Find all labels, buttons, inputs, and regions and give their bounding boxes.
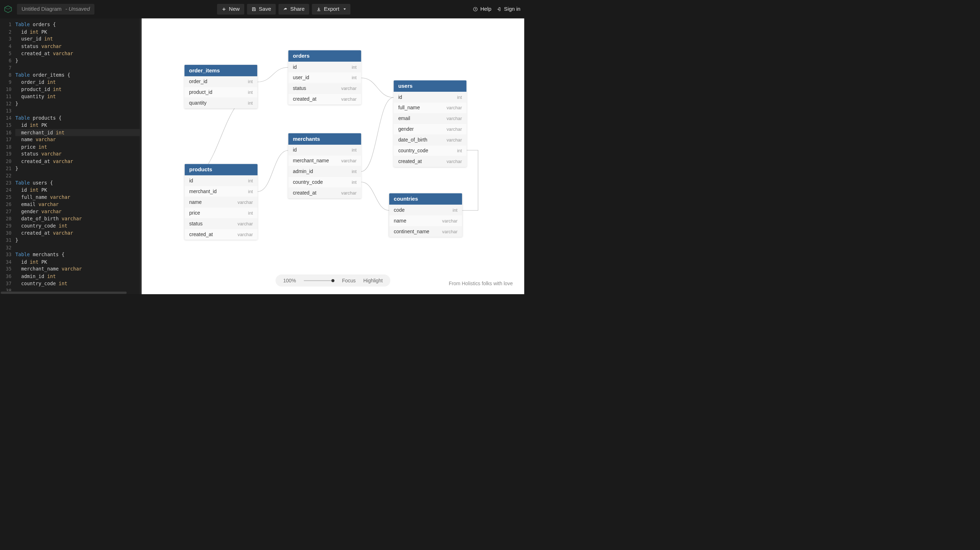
- table-header[interactable]: products: [185, 164, 258, 175]
- code-line[interactable]: }: [16, 237, 142, 244]
- scrollbar-thumb[interactable]: [1, 292, 127, 294]
- signin-icon: [497, 7, 501, 11]
- table-column-row[interactable]: emailvarchar: [393, 113, 466, 124]
- code-line[interactable]: [16, 172, 142, 179]
- code-line[interactable]: user_id int: [16, 35, 142, 43]
- code-line[interactable]: created_at varchar: [16, 50, 142, 57]
- table-column-row[interactable]: codeint: [389, 204, 462, 216]
- code-line[interactable]: [16, 64, 142, 71]
- focus-toggle[interactable]: Focus: [342, 278, 356, 284]
- code-line[interactable]: merchant_id int: [16, 129, 142, 136]
- code-line[interactable]: }: [16, 100, 142, 108]
- diagram-canvas[interactable]: order_itemsorder_idintproduct_idintquant…: [142, 18, 525, 294]
- code-line[interactable]: [16, 108, 142, 115]
- code-line[interactable]: id int PK: [16, 186, 142, 193]
- code-line[interactable]: Table users {: [16, 179, 142, 186]
- new-button[interactable]: New: [217, 4, 244, 15]
- save-button[interactable]: Save: [247, 4, 275, 15]
- zoom-slider[interactable]: [304, 280, 335, 281]
- column-name: date_of_birth: [398, 137, 427, 143]
- table-header[interactable]: users: [393, 80, 466, 92]
- signin-link[interactable]: Sign in: [497, 6, 520, 12]
- table-order_items[interactable]: order_itemsorder_idintproduct_idintquant…: [185, 65, 257, 108]
- table-column-row[interactable]: idint: [288, 62, 361, 72]
- code-line[interactable]: id int PK: [16, 122, 142, 129]
- table-users[interactable]: usersidintfull_namevarcharemailvarcharge…: [393, 80, 466, 166]
- code-line[interactable]: id int PK: [16, 258, 142, 266]
- table-column-row[interactable]: created_atvarchar: [185, 229, 258, 239]
- code-line[interactable]: Table order_items {: [16, 71, 142, 78]
- table-column-row[interactable]: full_namevarchar: [393, 103, 466, 113]
- table-column-row[interactable]: gendervarchar: [393, 124, 466, 135]
- table-column-row[interactable]: country_codeint: [288, 177, 361, 188]
- table-column-row[interactable]: continent_namevarchar: [389, 226, 462, 236]
- code-line[interactable]: Table orders {: [16, 21, 142, 28]
- code-editor[interactable]: 1234567891011121314151617181920212223242…: [0, 18, 142, 294]
- table-column-row[interactable]: created_atvarchar: [288, 94, 361, 104]
- code-line[interactable]: country_code int: [16, 222, 142, 230]
- code-line[interactable]: }: [16, 165, 142, 172]
- gutter-line: 36: [0, 273, 11, 280]
- editor-horizontal-scrollbar[interactable]: [0, 291, 142, 295]
- table-header[interactable]: countries: [389, 193, 462, 204]
- table-column-row[interactable]: user_idint: [288, 72, 361, 83]
- table-column-row[interactable]: country_codeint: [393, 146, 466, 156]
- code-line[interactable]: email varchar: [16, 201, 142, 208]
- table-header[interactable]: orders: [288, 50, 361, 62]
- table-column-row[interactable]: idint: [393, 92, 466, 103]
- code-line[interactable]: }: [16, 57, 142, 64]
- column-name: created_at: [293, 97, 317, 103]
- table-column-row[interactable]: quantityint: [185, 98, 257, 108]
- table-column-row[interactable]: priceint: [185, 208, 258, 218]
- table-merchants[interactable]: merchantsidintmerchant_namevarcharadmin_…: [288, 133, 361, 198]
- share-button[interactable]: Share: [278, 4, 309, 15]
- table-column-row[interactable]: product_idint: [185, 87, 257, 98]
- code-line[interactable]: country_code int: [16, 280, 142, 287]
- app-logo-icon[interactable]: [4, 5, 13, 14]
- code-line[interactable]: date_of_birth varchar: [16, 216, 142, 222]
- highlight-toggle[interactable]: Highlight: [363, 278, 383, 284]
- table-orders[interactable]: ordersidintuser_idintstatusvarcharcreate…: [288, 50, 361, 104]
- table-column-row[interactable]: admin_idint: [288, 166, 361, 177]
- table-products[interactable]: productsidintmerchant_idintnamevarcharpr…: [185, 164, 258, 239]
- code-line[interactable]: order_id int: [16, 78, 142, 86]
- code-line[interactable]: name varchar: [16, 136, 142, 143]
- code-line[interactable]: full_name varchar: [16, 193, 142, 201]
- code-line[interactable]: quantity int: [16, 93, 142, 100]
- table-column-row[interactable]: date_of_birthvarchar: [393, 135, 466, 146]
- table-column-row[interactable]: namevarchar: [389, 216, 462, 226]
- table-column-row[interactable]: statusvarchar: [185, 218, 258, 229]
- table-column-row[interactable]: merchant_idint: [185, 186, 258, 197]
- export-button[interactable]: Export: [312, 4, 351, 15]
- table-countries[interactable]: countriescodeintnamevarcharcontinent_nam…: [389, 193, 462, 236]
- editor-gutter: 1234567891011121314151617181920212223242…: [0, 18, 16, 294]
- code-line[interactable]: admin_id int: [16, 273, 142, 280]
- zoom-slider-thumb[interactable]: [331, 279, 335, 282]
- code-line[interactable]: status varchar: [16, 151, 142, 158]
- table-column-row[interactable]: created_atvarchar: [393, 156, 466, 166]
- code-line[interactable]: product_id int: [16, 86, 142, 93]
- table-column-row[interactable]: idint: [288, 145, 361, 155]
- file-info[interactable]: Untitled Diagram - Unsaved: [17, 4, 94, 15]
- editor-code[interactable]: Table orders { id int PK user_id int sta…: [16, 18, 142, 294]
- code-line[interactable]: price int: [16, 143, 142, 151]
- code-line[interactable]: merchant_name varchar: [16, 266, 142, 273]
- code-line[interactable]: gender varchar: [16, 208, 142, 215]
- table-column-row[interactable]: created_atvarchar: [288, 188, 361, 198]
- gutter-line: 14: [0, 115, 11, 122]
- table-column-row[interactable]: merchant_namevarchar: [288, 155, 361, 166]
- table-column-row[interactable]: statusvarchar: [288, 83, 361, 94]
- code-line[interactable]: created_at varchar: [16, 158, 142, 165]
- code-line[interactable]: Table merchants {: [16, 251, 142, 258]
- code-line[interactable]: id int PK: [16, 28, 142, 35]
- table-header[interactable]: merchants: [288, 133, 361, 145]
- code-line[interactable]: created_at varchar: [16, 230, 142, 237]
- table-column-row[interactable]: idint: [185, 176, 258, 186]
- code-line[interactable]: Table products {: [16, 115, 142, 122]
- code-line[interactable]: status varchar: [16, 43, 142, 50]
- table-column-row[interactable]: order_idint: [185, 76, 257, 87]
- table-column-row[interactable]: namevarchar: [185, 197, 258, 208]
- code-line[interactable]: [16, 244, 142, 251]
- table-header[interactable]: order_items: [185, 65, 257, 76]
- help-link[interactable]: ? Help: [473, 6, 492, 12]
